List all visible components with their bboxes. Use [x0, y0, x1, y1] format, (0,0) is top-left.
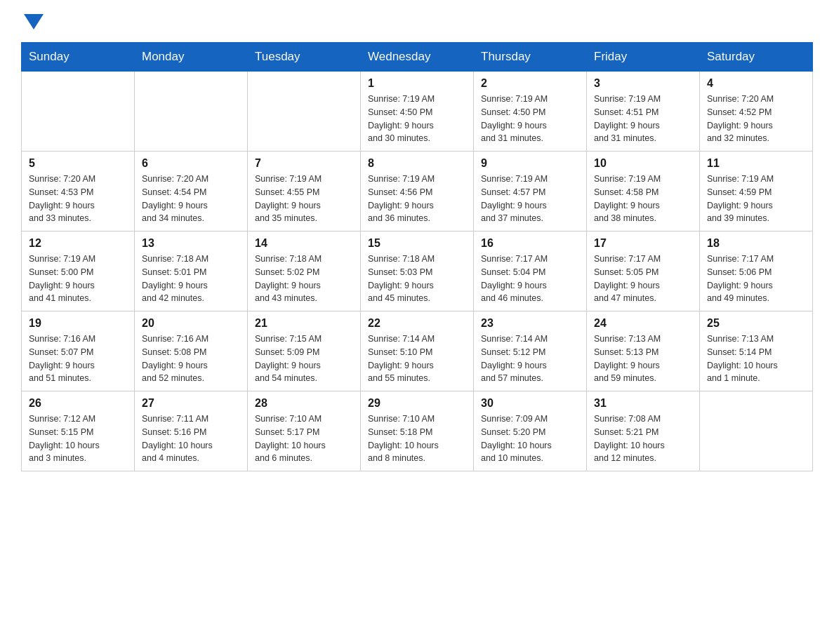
calendar-cell: 2Sunrise: 7:19 AM Sunset: 4:50 PM Daylig… [474, 72, 587, 152]
calendar-week-row: 26Sunrise: 7:12 AM Sunset: 5:15 PM Dayli… [22, 391, 813, 471]
cell-sun-info: Sunrise: 7:14 AM Sunset: 5:10 PM Dayligh… [368, 333, 466, 385]
cell-sun-info: Sunrise: 7:19 AM Sunset: 4:50 PM Dayligh… [481, 93, 579, 145]
cell-day-number: 10 [594, 157, 692, 170]
calendar-cell: 8Sunrise: 7:19 AM Sunset: 4:56 PM Daylig… [361, 152, 474, 232]
calendar-cell [248, 72, 361, 152]
column-header-saturday: Saturday [700, 43, 813, 72]
calendar-cell: 10Sunrise: 7:19 AM Sunset: 4:58 PM Dayli… [587, 152, 700, 232]
cell-sun-info: Sunrise: 7:13 AM Sunset: 5:13 PM Dayligh… [594, 333, 692, 385]
cell-day-number: 13 [142, 237, 240, 250]
cell-day-number: 26 [29, 397, 127, 410]
calendar-cell: 6Sunrise: 7:20 AM Sunset: 4:54 PM Daylig… [135, 152, 248, 232]
calendar-cell: 13Sunrise: 7:18 AM Sunset: 5:01 PM Dayli… [135, 232, 248, 311]
cell-day-number: 27 [142, 397, 240, 410]
calendar-cell: 18Sunrise: 7:17 AM Sunset: 5:06 PM Dayli… [700, 232, 813, 311]
cell-sun-info: Sunrise: 7:18 AM Sunset: 5:02 PM Dayligh… [255, 253, 353, 305]
cell-sun-info: Sunrise: 7:14 AM Sunset: 5:12 PM Dayligh… [481, 333, 579, 385]
cell-sun-info: Sunrise: 7:20 AM Sunset: 4:52 PM Dayligh… [707, 93, 805, 145]
cell-sun-info: Sunrise: 7:19 AM Sunset: 4:57 PM Dayligh… [481, 173, 579, 225]
cell-sun-info: Sunrise: 7:11 AM Sunset: 5:16 PM Dayligh… [142, 412, 240, 465]
cell-sun-info: Sunrise: 7:08 AM Sunset: 5:21 PM Dayligh… [594, 412, 692, 465]
cell-day-number: 11 [707, 157, 805, 170]
calendar-table: SundayMondayTuesdayWednesdayThursdayFrid… [21, 42, 813, 471]
cell-day-number: 24 [594, 317, 692, 330]
cell-sun-info: Sunrise: 7:16 AM Sunset: 5:07 PM Dayligh… [29, 333, 127, 385]
calendar-cell: 29Sunrise: 7:10 AM Sunset: 5:18 PM Dayli… [361, 391, 474, 471]
cell-sun-info: Sunrise: 7:20 AM Sunset: 4:54 PM Dayligh… [142, 173, 240, 225]
calendar-cell [700, 391, 813, 471]
column-header-tuesday: Tuesday [248, 43, 361, 72]
cell-day-number: 19 [29, 317, 127, 330]
cell-sun-info: Sunrise: 7:09 AM Sunset: 5:20 PM Dayligh… [481, 412, 579, 465]
cell-day-number: 22 [368, 317, 466, 330]
cell-sun-info: Sunrise: 7:19 AM Sunset: 4:58 PM Dayligh… [594, 173, 692, 225]
cell-sun-info: Sunrise: 7:10 AM Sunset: 5:17 PM Dayligh… [255, 412, 353, 465]
column-header-sunday: Sunday [22, 43, 135, 72]
calendar-cell: 4Sunrise: 7:20 AM Sunset: 4:52 PM Daylig… [700, 72, 813, 152]
calendar-week-row: 12Sunrise: 7:19 AM Sunset: 5:00 PM Dayli… [22, 232, 813, 311]
calendar-cell: 5Sunrise: 7:20 AM Sunset: 4:53 PM Daylig… [22, 152, 135, 232]
cell-day-number: 30 [481, 397, 579, 410]
column-header-thursday: Thursday [474, 43, 587, 72]
cell-day-number: 21 [255, 317, 353, 330]
calendar-week-row: 19Sunrise: 7:16 AM Sunset: 5:07 PM Dayli… [22, 311, 813, 391]
calendar-cell: 11Sunrise: 7:19 AM Sunset: 4:59 PM Dayli… [700, 152, 813, 232]
cell-sun-info: Sunrise: 7:19 AM Sunset: 4:50 PM Dayligh… [368, 93, 466, 145]
cell-day-number: 18 [707, 237, 805, 250]
calendar-cell: 27Sunrise: 7:11 AM Sunset: 5:16 PM Dayli… [135, 391, 248, 471]
column-header-wednesday: Wednesday [361, 43, 474, 72]
cell-day-number: 20 [142, 317, 240, 330]
page-header [21, 14, 813, 31]
column-header-monday: Monday [135, 43, 248, 72]
calendar-cell: 28Sunrise: 7:10 AM Sunset: 5:17 PM Dayli… [248, 391, 361, 471]
cell-sun-info: Sunrise: 7:12 AM Sunset: 5:15 PM Dayligh… [29, 412, 127, 465]
cell-sun-info: Sunrise: 7:19 AM Sunset: 4:59 PM Dayligh… [707, 173, 805, 225]
cell-day-number: 23 [481, 317, 579, 330]
cell-day-number: 12 [29, 237, 127, 250]
cell-day-number: 8 [368, 157, 466, 170]
cell-sun-info: Sunrise: 7:17 AM Sunset: 5:06 PM Dayligh… [707, 253, 805, 305]
calendar-cell: 15Sunrise: 7:18 AM Sunset: 5:03 PM Dayli… [361, 232, 474, 311]
cell-day-number: 7 [255, 157, 353, 170]
cell-day-number: 9 [481, 157, 579, 170]
column-header-friday: Friday [587, 43, 700, 72]
calendar-cell: 30Sunrise: 7:09 AM Sunset: 5:20 PM Dayli… [474, 391, 587, 471]
cell-day-number: 6 [142, 157, 240, 170]
calendar-cell: 1Sunrise: 7:19 AM Sunset: 4:50 PM Daylig… [361, 72, 474, 152]
cell-day-number: 25 [707, 317, 805, 330]
calendar-cell: 21Sunrise: 7:15 AM Sunset: 5:09 PM Dayli… [248, 311, 361, 391]
calendar-cell: 3Sunrise: 7:19 AM Sunset: 4:51 PM Daylig… [587, 72, 700, 152]
calendar-cell: 25Sunrise: 7:13 AM Sunset: 5:14 PM Dayli… [700, 311, 813, 391]
calendar-cell: 9Sunrise: 7:19 AM Sunset: 4:57 PM Daylig… [474, 152, 587, 232]
calendar-cell [135, 72, 248, 152]
cell-sun-info: Sunrise: 7:18 AM Sunset: 5:01 PM Dayligh… [142, 253, 240, 305]
cell-sun-info: Sunrise: 7:15 AM Sunset: 5:09 PM Dayligh… [255, 333, 353, 385]
calendar-cell: 23Sunrise: 7:14 AM Sunset: 5:12 PM Dayli… [474, 311, 587, 391]
cell-sun-info: Sunrise: 7:18 AM Sunset: 5:03 PM Dayligh… [368, 253, 466, 305]
cell-sun-info: Sunrise: 7:17 AM Sunset: 5:04 PM Dayligh… [481, 253, 579, 305]
cell-sun-info: Sunrise: 7:16 AM Sunset: 5:08 PM Dayligh… [142, 333, 240, 385]
calendar-week-row: 1Sunrise: 7:19 AM Sunset: 4:50 PM Daylig… [22, 72, 813, 152]
cell-sun-info: Sunrise: 7:19 AM Sunset: 4:55 PM Dayligh… [255, 173, 353, 225]
cell-sun-info: Sunrise: 7:10 AM Sunset: 5:18 PM Dayligh… [368, 412, 466, 465]
cell-sun-info: Sunrise: 7:19 AM Sunset: 4:56 PM Dayligh… [368, 173, 466, 225]
calendar-cell: 31Sunrise: 7:08 AM Sunset: 5:21 PM Dayli… [587, 391, 700, 471]
calendar-cell: 7Sunrise: 7:19 AM Sunset: 4:55 PM Daylig… [248, 152, 361, 232]
cell-day-number: 17 [594, 237, 692, 250]
cell-day-number: 3 [594, 77, 692, 90]
cell-day-number: 28 [255, 397, 353, 410]
cell-day-number: 16 [481, 237, 579, 250]
calendar-cell: 22Sunrise: 7:14 AM Sunset: 5:10 PM Dayli… [361, 311, 474, 391]
cell-sun-info: Sunrise: 7:19 AM Sunset: 5:00 PM Dayligh… [29, 253, 127, 305]
cell-sun-info: Sunrise: 7:19 AM Sunset: 4:51 PM Dayligh… [594, 93, 692, 145]
cell-sun-info: Sunrise: 7:17 AM Sunset: 5:05 PM Dayligh… [594, 253, 692, 305]
calendar-cell: 12Sunrise: 7:19 AM Sunset: 5:00 PM Dayli… [22, 232, 135, 311]
cell-day-number: 31 [594, 397, 692, 410]
calendar-header-row: SundayMondayTuesdayWednesdayThursdayFrid… [22, 43, 813, 72]
cell-sun-info: Sunrise: 7:20 AM Sunset: 4:53 PM Dayligh… [29, 173, 127, 225]
calendar-cell [22, 72, 135, 152]
calendar-cell: 19Sunrise: 7:16 AM Sunset: 5:07 PM Dayli… [22, 311, 135, 391]
logo [21, 14, 44, 31]
calendar-cell: 16Sunrise: 7:17 AM Sunset: 5:04 PM Dayli… [474, 232, 587, 311]
cell-day-number: 5 [29, 157, 127, 170]
